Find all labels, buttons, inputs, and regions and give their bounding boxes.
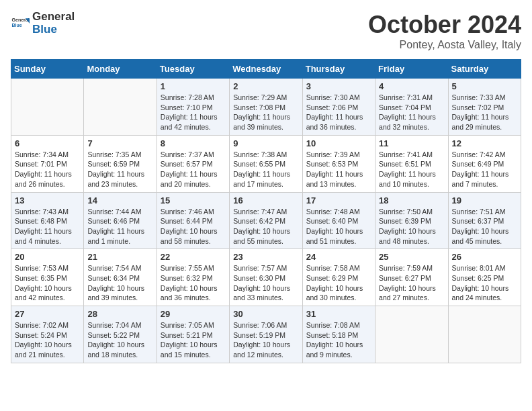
calendar-cell: 10Sunrise: 7:39 AM Sunset: 6:53 PM Dayli…	[302, 135, 375, 192]
calendar-cell: 17Sunrise: 7:48 AM Sunset: 6:40 PM Dayli…	[302, 192, 375, 249]
day-info: Sunrise: 8:01 AM Sunset: 6:25 PM Dayligh…	[452, 263, 517, 303]
calendar-cell: 29Sunrise: 7:05 AM Sunset: 5:21 PM Dayli…	[157, 306, 229, 363]
day-number: 14	[87, 195, 152, 205]
day-info: Sunrise: 7:50 AM Sunset: 6:39 PM Dayligh…	[379, 207, 444, 246]
calendar-cell: 25Sunrise: 7:59 AM Sunset: 6:27 PM Dayli…	[375, 249, 448, 306]
calendar-cell: 14Sunrise: 7:44 AM Sunset: 6:46 PM Dayli…	[84, 192, 157, 249]
calendar-week-row: 13Sunrise: 7:43 AM Sunset: 6:48 PM Dayli…	[11, 192, 521, 249]
calendar-cell	[375, 306, 448, 363]
calendar-table: SundayMondayTuesdayWednesdayThursdayFrid…	[11, 59, 521, 363]
day-number: 15	[161, 195, 226, 205]
weekday-header-tuesday: Tuesday	[157, 60, 229, 79]
weekday-header-thursday: Thursday	[302, 60, 375, 79]
logo: General Blue General Blue	[11, 11, 75, 36]
weekday-header-friday: Friday	[375, 60, 448, 79]
calendar-cell: 6Sunrise: 7:34 AM Sunset: 7:01 PM Daylig…	[11, 135, 84, 192]
calendar-cell: 1Sunrise: 7:28 AM Sunset: 7:10 PM Daylig…	[157, 79, 229, 136]
calendar-week-row: 6Sunrise: 7:34 AM Sunset: 7:01 PM Daylig…	[11, 135, 521, 192]
calendar-cell: 16Sunrise: 7:47 AM Sunset: 6:42 PM Dayli…	[230, 192, 302, 249]
calendar-cell: 7Sunrise: 7:35 AM Sunset: 6:59 PM Daylig…	[84, 135, 157, 192]
calendar-cell: 28Sunrise: 7:04 AM Sunset: 5:22 PM Dayli…	[84, 306, 157, 363]
day-number: 17	[306, 195, 371, 205]
calendar-week-row: 20Sunrise: 7:53 AM Sunset: 6:35 PM Dayli…	[11, 249, 521, 306]
day-number: 7	[87, 138, 152, 148]
calendar-cell: 31Sunrise: 7:08 AM Sunset: 5:18 PM Dayli…	[302, 306, 375, 363]
day-number: 13	[15, 195, 80, 205]
day-info: Sunrise: 7:53 AM Sunset: 6:35 PM Dayligh…	[15, 263, 80, 303]
calendar-cell: 22Sunrise: 7:55 AM Sunset: 6:32 PM Dayli…	[157, 249, 229, 306]
day-info: Sunrise: 7:37 AM Sunset: 6:57 PM Dayligh…	[161, 150, 226, 189]
day-info: Sunrise: 7:34 AM Sunset: 7:01 PM Dayligh…	[15, 150, 80, 189]
calendar-cell: 11Sunrise: 7:41 AM Sunset: 6:51 PM Dayli…	[375, 135, 448, 192]
day-info: Sunrise: 7:08 AM Sunset: 5:18 PM Dayligh…	[306, 320, 371, 360]
day-number: 12	[452, 138, 517, 148]
day-info: Sunrise: 7:41 AM Sunset: 6:51 PM Dayligh…	[379, 150, 444, 189]
logo-blue: Blue	[32, 24, 75, 36]
day-info: Sunrise: 7:47 AM Sunset: 6:42 PM Dayligh…	[233, 207, 298, 246]
title-block: October 2024 Pontey, Aosta Valley, Italy	[368, 11, 521, 51]
day-number: 20	[15, 252, 80, 262]
logo-general: General	[32, 11, 75, 24]
page-header: General Blue General Blue October 2024 P…	[11, 11, 521, 51]
calendar-cell: 19Sunrise: 7:51 AM Sunset: 6:37 PM Dayli…	[448, 192, 521, 249]
day-info: Sunrise: 7:28 AM Sunset: 7:10 PM Dayligh…	[161, 93, 226, 132]
day-info: Sunrise: 7:54 AM Sunset: 6:34 PM Dayligh…	[87, 263, 152, 303]
day-number: 11	[379, 138, 444, 148]
day-info: Sunrise: 7:43 AM Sunset: 6:48 PM Dayligh…	[15, 207, 80, 246]
calendar-cell: 2Sunrise: 7:29 AM Sunset: 7:08 PM Daylig…	[230, 79, 302, 136]
day-number: 24	[306, 252, 371, 262]
calendar-cell: 15Sunrise: 7:46 AM Sunset: 6:44 PM Dayli…	[157, 192, 229, 249]
weekday-header-row: SundayMondayTuesdayWednesdayThursdayFrid…	[11, 60, 521, 79]
weekday-header-wednesday: Wednesday	[230, 60, 302, 79]
day-info: Sunrise: 7:38 AM Sunset: 6:55 PM Dayligh…	[233, 150, 298, 189]
calendar-cell: 26Sunrise: 8:01 AM Sunset: 6:25 PM Dayli…	[448, 249, 521, 306]
day-info: Sunrise: 7:29 AM Sunset: 7:08 PM Dayligh…	[233, 93, 298, 132]
location-subtitle: Pontey, Aosta Valley, Italy	[368, 39, 521, 51]
calendar-week-row: 27Sunrise: 7:02 AM Sunset: 5:24 PM Dayli…	[11, 306, 521, 363]
day-info: Sunrise: 7:48 AM Sunset: 6:40 PM Dayligh…	[306, 207, 371, 246]
day-number: 21	[87, 252, 152, 262]
calendar-cell: 23Sunrise: 7:57 AM Sunset: 6:30 PM Dayli…	[230, 249, 302, 306]
day-number: 28	[87, 309, 152, 319]
day-number: 26	[452, 252, 517, 262]
day-info: Sunrise: 7:42 AM Sunset: 6:49 PM Dayligh…	[452, 150, 517, 189]
day-info: Sunrise: 7:39 AM Sunset: 6:53 PM Dayligh…	[306, 150, 371, 189]
calendar-cell: 5Sunrise: 7:33 AM Sunset: 7:02 PM Daylig…	[448, 79, 521, 136]
calendar-cell: 18Sunrise: 7:50 AM Sunset: 6:39 PM Dayli…	[375, 192, 448, 249]
day-info: Sunrise: 7:30 AM Sunset: 7:06 PM Dayligh…	[306, 93, 371, 132]
calendar-cell: 27Sunrise: 7:02 AM Sunset: 5:24 PM Dayli…	[11, 306, 84, 363]
calendar-cell: 9Sunrise: 7:38 AM Sunset: 6:55 PM Daylig…	[230, 135, 302, 192]
day-number: 3	[306, 81, 371, 91]
calendar-cell	[84, 79, 157, 136]
day-number: 19	[452, 195, 517, 205]
day-number: 8	[161, 138, 226, 148]
day-number: 27	[15, 309, 80, 319]
day-info: Sunrise: 7:35 AM Sunset: 6:59 PM Dayligh…	[87, 150, 152, 189]
calendar-cell: 13Sunrise: 7:43 AM Sunset: 6:48 PM Dayli…	[11, 192, 84, 249]
day-info: Sunrise: 7:44 AM Sunset: 6:46 PM Dayligh…	[87, 207, 152, 246]
day-info: Sunrise: 7:02 AM Sunset: 5:24 PM Dayligh…	[15, 320, 80, 360]
day-info: Sunrise: 7:06 AM Sunset: 5:19 PM Dayligh…	[233, 320, 298, 360]
calendar-cell: 8Sunrise: 7:37 AM Sunset: 6:57 PM Daylig…	[157, 135, 229, 192]
day-info: Sunrise: 7:46 AM Sunset: 6:44 PM Dayligh…	[161, 207, 226, 246]
calendar-cell: 4Sunrise: 7:31 AM Sunset: 7:04 PM Daylig…	[375, 79, 448, 136]
day-info: Sunrise: 7:51 AM Sunset: 6:37 PM Dayligh…	[452, 207, 517, 246]
day-info: Sunrise: 7:05 AM Sunset: 5:21 PM Dayligh…	[161, 320, 226, 360]
day-info: Sunrise: 7:59 AM Sunset: 6:27 PM Dayligh…	[379, 263, 444, 303]
calendar-cell: 21Sunrise: 7:54 AM Sunset: 6:34 PM Dayli…	[84, 249, 157, 306]
day-number: 25	[379, 252, 444, 262]
day-number: 29	[161, 309, 226, 319]
day-number: 9	[233, 138, 298, 148]
day-number: 2	[233, 81, 298, 91]
logo-icon: General Blue	[11, 14, 30, 33]
calendar-week-row: 1Sunrise: 7:28 AM Sunset: 7:10 PM Daylig…	[11, 79, 521, 136]
day-number: 6	[15, 138, 80, 148]
calendar-cell: 3Sunrise: 7:30 AM Sunset: 7:06 PM Daylig…	[302, 79, 375, 136]
day-number: 16	[233, 195, 298, 205]
day-info: Sunrise: 7:04 AM Sunset: 5:22 PM Dayligh…	[87, 320, 152, 360]
calendar-cell	[448, 306, 521, 363]
day-info: Sunrise: 7:31 AM Sunset: 7:04 PM Dayligh…	[379, 93, 444, 132]
month-title: October 2024	[368, 11, 521, 39]
day-number: 4	[379, 81, 444, 91]
calendar-cell: 24Sunrise: 7:58 AM Sunset: 6:29 PM Dayli…	[302, 249, 375, 306]
